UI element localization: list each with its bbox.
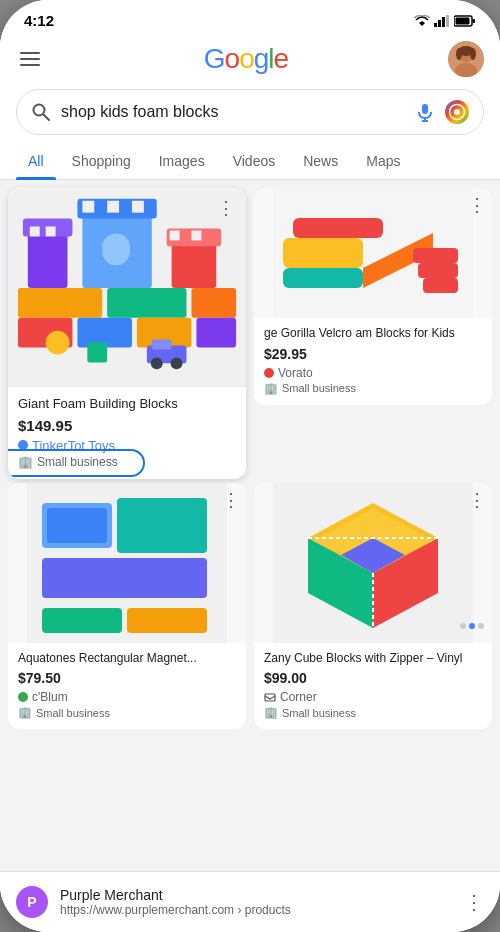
merchant-more-button[interactable]: ⋮: [464, 890, 484, 914]
more-options-1[interactable]: ⋮: [214, 196, 238, 220]
seller-name-4: Corner: [280, 690, 317, 704]
svg-point-20: [454, 109, 460, 115]
small-business-row-1: 🏢 Small business: [18, 455, 236, 469]
svg-rect-24: [30, 227, 40, 237]
svg-rect-63: [127, 608, 207, 633]
seller-name-3: c'Blum: [32, 690, 68, 704]
small-business-row-4: 🏢 Small business: [264, 706, 482, 719]
svg-rect-59: [47, 508, 107, 543]
svg-rect-37: [107, 288, 186, 318]
svg-rect-50: [293, 218, 383, 238]
seller-icon-4: [264, 691, 276, 703]
svg-rect-7: [473, 19, 476, 23]
svg-rect-61: [42, 558, 207, 598]
tab-images[interactable]: Images: [147, 143, 217, 179]
merchant-bar: P Purple Merchant https://www.purplemerc…: [0, 871, 500, 932]
svg-rect-34: [170, 230, 180, 240]
svg-point-46: [151, 357, 163, 369]
hamburger-button[interactable]: [16, 48, 44, 70]
search-icon: [31, 102, 51, 122]
signal-icon: [434, 15, 450, 27]
product-card-1[interactable]: ⋮ Giant Foam Building Blocks $149.95 Tin…: [8, 188, 246, 479]
product-title-1: Giant Foam Building Blocks: [18, 396, 236, 413]
svg-rect-3: [442, 17, 445, 27]
google-logo: Google: [204, 43, 288, 75]
svg-rect-28: [82, 201, 94, 213]
tab-maps[interactable]: Maps: [354, 143, 412, 179]
seller-dot-3: [18, 692, 28, 702]
svg-rect-1: [434, 23, 437, 27]
seller-row-2: Vorato: [264, 366, 482, 380]
products-grid: ⋮ Giant Foam Building Blocks $149.95 Tin…: [0, 180, 500, 487]
merchant-url: https://www.purplemerchant.com › product…: [60, 903, 452, 917]
svg-rect-38: [191, 288, 236, 318]
more-options-2[interactable]: ⋮: [468, 194, 486, 216]
svg-line-15: [44, 115, 50, 121]
product-card-2[interactable]: ⋮ ge Gorilla Velcro am Blocks for Kids $…: [254, 188, 492, 405]
svg-rect-51: [283, 268, 363, 288]
seller-row-1: TinkerTot Toys: [18, 438, 236, 453]
seller-dot-1: [18, 440, 28, 450]
svg-rect-62: [42, 608, 122, 633]
product-card-3[interactable]: ⋮ Aquatones Rectangular Magnet... $79.50…: [8, 483, 246, 730]
product-title-2: ge Gorilla Velcro am Blocks for Kids: [264, 326, 482, 342]
search-bar[interactable]: shop kids foam blocks: [16, 89, 484, 135]
more-options-4[interactable]: ⋮: [468, 489, 486, 511]
small-business-label-3: Small business: [36, 707, 110, 719]
product-image-3: [8, 483, 246, 643]
product-image-4: [254, 483, 492, 643]
phone-frame: 4:12: [0, 0, 500, 932]
svg-rect-29: [107, 201, 119, 213]
merchant-info: Purple Merchant https://www.purplemercha…: [60, 887, 452, 917]
product-title-4: Zany Cube Blocks with Zipper – Vinyl: [264, 651, 482, 667]
merchant-name: Purple Merchant: [60, 887, 452, 903]
product-image-2: [254, 188, 492, 318]
status-time: 4:12: [24, 12, 54, 29]
small-business-label-2: Small business: [282, 382, 356, 394]
product-info-1: ⋮ Giant Foam Building Blocks $149.95 Tin…: [8, 388, 246, 479]
search-input[interactable]: shop kids foam blocks: [61, 103, 405, 121]
svg-rect-60: [117, 498, 207, 553]
more-options-3[interactable]: ⋮: [222, 489, 240, 511]
svg-point-13: [470, 48, 476, 60]
svg-rect-22: [28, 229, 68, 289]
svg-rect-6: [456, 17, 470, 24]
tab-all[interactable]: All: [16, 143, 56, 179]
svg-rect-56: [423, 278, 458, 293]
mic-icon[interactable]: [415, 102, 435, 122]
product-price-2: $29.95: [264, 346, 482, 362]
tab-videos[interactable]: Videos: [221, 143, 288, 179]
seller-dot-2: [264, 368, 274, 378]
wifi-icon: [414, 15, 430, 27]
tab-shopping[interactable]: Shopping: [60, 143, 143, 179]
product-price-1: $149.95: [18, 417, 236, 434]
svg-rect-36: [18, 288, 102, 318]
svg-rect-2: [438, 20, 441, 27]
search-tabs: All Shopping Images Videos News Maps: [0, 143, 500, 180]
product-image-1: [8, 188, 246, 388]
svg-rect-25: [46, 227, 56, 237]
svg-point-47: [171, 357, 183, 369]
svg-point-12: [456, 48, 462, 60]
small-business-row-3: 🏢 Small business: [18, 706, 236, 719]
svg-rect-53: [283, 238, 363, 268]
user-avatar[interactable]: [448, 41, 484, 77]
seller-name-1: TinkerTot Toys: [32, 438, 115, 453]
product-card-4[interactable]: ⋮ Zany Cube Blocks with Zipper – Vinyl $…: [254, 483, 492, 730]
small-business-label-4: Small business: [282, 707, 356, 719]
product-info-4: Zany Cube Blocks with Zipper – Vinyl $99…: [254, 643, 492, 730]
seller-row-4: Corner: [264, 690, 482, 704]
status-bar: 4:12: [0, 0, 500, 33]
svg-marker-0: [419, 21, 425, 26]
lens-icon[interactable]: [445, 100, 469, 124]
small-business-label-1: Small business: [37, 455, 118, 469]
merchant-avatar: P: [16, 886, 48, 918]
google-header: Google: [0, 33, 500, 85]
svg-rect-4: [446, 15, 449, 27]
tab-news[interactable]: News: [291, 143, 350, 179]
product-price-4: $99.00: [264, 670, 482, 686]
svg-rect-16: [422, 104, 428, 114]
content-area: ⋮ Giant Foam Building Blocks $149.95 Tin…: [0, 180, 500, 871]
nav-dots-4: [460, 623, 484, 629]
svg-rect-48: [152, 340, 172, 350]
